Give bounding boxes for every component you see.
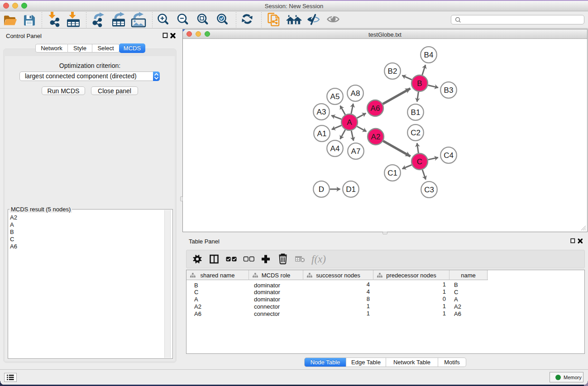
svg-text:B3: B3	[444, 86, 454, 95]
svg-text:C4: C4	[444, 151, 454, 160]
svg-text:A5: A5	[330, 92, 340, 101]
svg-text:A: A	[347, 118, 352, 127]
svg-text:f(x): f(x)	[311, 253, 326, 265]
svg-text:B2: B2	[388, 67, 397, 76]
svg-text:C3: C3	[424, 186, 434, 194]
svg-text:D1: D1	[346, 185, 356, 194]
svg-text:C2: C2	[411, 129, 421, 137]
svg-text:A1: A1	[317, 129, 327, 138]
svg-text:C1: C1	[387, 169, 397, 177]
svg-text:A3: A3	[317, 108, 326, 116]
svg-text:A6: A6	[371, 104, 380, 113]
svg-text:A7: A7	[351, 147, 361, 156]
svg-text:A4: A4	[330, 144, 340, 153]
svg-text:C: C	[417, 157, 422, 166]
svg-text:A8: A8	[351, 89, 360, 98]
svg-text:A2: A2	[371, 133, 381, 141]
svg-text:B1: B1	[411, 108, 421, 117]
svg-text:B4: B4	[424, 51, 434, 59]
svg-text:B: B	[417, 79, 422, 88]
svg-text:D: D	[319, 185, 324, 194]
